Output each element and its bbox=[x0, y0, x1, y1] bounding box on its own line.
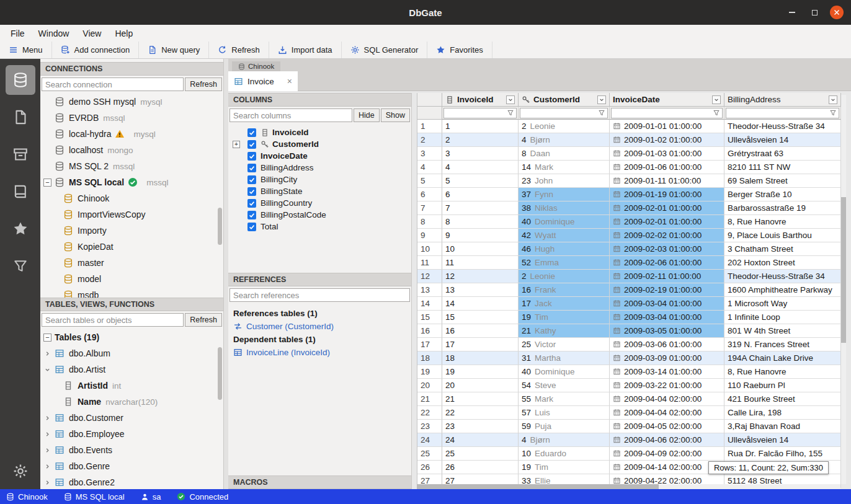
database-item[interactable]: Chinook bbox=[40, 190, 223, 206]
row-number[interactable]: 8 bbox=[417, 215, 442, 229]
cell-InvoiceId[interactable]: 14 bbox=[442, 297, 519, 311]
cell-CustomerId[interactable]: 16Frank bbox=[519, 283, 610, 297]
cell-InvoiceId[interactable]: 4 bbox=[442, 161, 519, 174]
tab-invoice[interactable]: Invoice × bbox=[228, 71, 298, 91]
row-number[interactable]: 7 bbox=[417, 201, 442, 215]
cell-InvoiceId[interactable]: 1 bbox=[442, 120, 519, 133]
collapse-icon[interactable]: − bbox=[43, 334, 51, 342]
cell-InvoiceDate[interactable]: 2009-01-06 01:00:00 bbox=[610, 161, 724, 174]
row-number[interactable]: 24 bbox=[417, 433, 442, 447]
database-item[interactable]: msdb bbox=[40, 287, 223, 298]
row-number[interactable]: 11 bbox=[417, 256, 442, 270]
table-item[interactable]: dbo.Customer bbox=[40, 410, 223, 426]
column-menu-button[interactable] bbox=[506, 95, 515, 104]
row-number[interactable]: 13 bbox=[417, 283, 442, 297]
search-references-input[interactable] bbox=[229, 288, 410, 302]
column-checkbox[interactable] bbox=[247, 152, 256, 161]
column-checkbox[interactable] bbox=[247, 140, 256, 149]
column-menu-button[interactable] bbox=[829, 95, 837, 104]
row-number[interactable]: 3 bbox=[417, 147, 442, 161]
cell-CustomerId[interactable]: 14Mark bbox=[519, 161, 610, 174]
column-checkbox[interactable] bbox=[247, 164, 256, 172]
tab-close-icon[interactable]: × bbox=[287, 77, 292, 86]
cell-InvoiceDate[interactable]: 2009-03-14 01:00:00 bbox=[610, 365, 724, 379]
maximize-button[interactable] bbox=[808, 6, 821, 19]
cell-BillingAddress[interactable]: Ullevålsveien 14 bbox=[724, 433, 841, 447]
cell-InvoiceId[interactable]: 5 bbox=[442, 174, 519, 188]
grid-horizontal-scrollbar[interactable] bbox=[417, 484, 840, 489]
cell-InvoiceDate[interactable]: 2009-02-01 01:00:00 bbox=[610, 201, 724, 215]
show-columns-button[interactable]: Show bbox=[381, 108, 410, 122]
cell-CustomerId[interactable]: 2Leonie bbox=[519, 120, 610, 133]
cell-InvoiceId[interactable]: 18 bbox=[442, 351, 519, 365]
tables-group-row[interactable]: −Tables (19) bbox=[40, 329, 223, 345]
cell-InvoiceId[interactable]: 16 bbox=[442, 324, 519, 338]
row-number[interactable]: 26 bbox=[417, 461, 442, 474]
cell-InvoiceId[interactable]: 25 bbox=[442, 447, 519, 461]
column-checkbox[interactable] bbox=[247, 175, 256, 184]
row-number[interactable]: 12 bbox=[417, 270, 442, 283]
new-query-button[interactable]: New query bbox=[139, 42, 209, 58]
table-item[interactable]: dbo.Employee bbox=[40, 426, 223, 442]
cell-BillingAddress[interactable]: 202 Hoxton Street bbox=[724, 256, 841, 270]
cell-CustomerId[interactable]: 40Dominique bbox=[519, 365, 610, 379]
panel-splitter[interactable] bbox=[224, 59, 228, 489]
grid-vertical-scrollbar[interactable] bbox=[841, 95, 846, 484]
column-checkbox[interactable] bbox=[247, 128, 256, 137]
cell-BillingAddress[interactable]: 801 W 4th Street bbox=[724, 324, 841, 338]
column-header-InvoiceDate[interactable]: InvoiceDate bbox=[610, 93, 724, 107]
cell-BillingAddress[interactable]: 1600 Amphitheatre Parkway bbox=[724, 283, 841, 297]
cell-InvoiceDate[interactable]: 2009-03-04 01:00:00 bbox=[610, 311, 724, 324]
table-column-item[interactable]: Namenvarchar(120) bbox=[40, 394, 223, 410]
cell-BillingAddress[interactable]: 194A Chain Lake Drive bbox=[724, 351, 841, 365]
cell-InvoiceId[interactable]: 22 bbox=[442, 406, 519, 420]
cell-InvoiceId[interactable]: 11 bbox=[442, 256, 519, 270]
column-toggle-row[interactable]: InvoiceDate bbox=[228, 150, 411, 162]
activity-file-button[interactable] bbox=[6, 102, 35, 132]
connection-item[interactable]: local-hydramysql bbox=[40, 126, 223, 142]
menu-button[interactable]: Menu bbox=[0, 42, 52, 58]
database-item[interactable]: model bbox=[40, 271, 223, 287]
row-number[interactable]: 19 bbox=[417, 365, 442, 379]
column-header-BillingAddress[interactable]: BillingAddress bbox=[724, 93, 841, 107]
column-toggle-row[interactable]: Total bbox=[228, 221, 411, 232]
row-number[interactable]: 15 bbox=[417, 311, 442, 324]
tables-scrollbar[interactable] bbox=[218, 347, 222, 400]
row-number[interactable]: 21 bbox=[417, 392, 442, 406]
cell-BillingAddress[interactable]: 8210 111 ST NW bbox=[724, 161, 841, 174]
cell-BillingAddress[interactable]: Theodor-Heuss-Straße 34 bbox=[724, 270, 841, 283]
tables-refresh-button[interactable]: Refresh bbox=[185, 313, 222, 327]
cell-BillingAddress[interactable]: Rua Dr. Falcão Filho, 155 bbox=[724, 447, 841, 461]
row-number[interactable]: 16 bbox=[417, 324, 442, 338]
column-checkbox[interactable] bbox=[247, 211, 256, 219]
cell-CustomerId[interactable]: 46Hugh bbox=[519, 242, 610, 256]
cell-CustomerId[interactable]: 31Martha bbox=[519, 351, 610, 365]
row-number[interactable]: 18 bbox=[417, 351, 442, 365]
cell-CustomerId[interactable]: 21Kathy bbox=[519, 324, 610, 338]
cell-InvoiceDate[interactable]: 2009-03-04 01:00:00 bbox=[610, 297, 724, 311]
cell-InvoiceId[interactable]: 23 bbox=[442, 420, 519, 433]
column-toggle-row[interactable]: BillingCountry bbox=[228, 197, 411, 209]
cell-BillingAddress[interactable]: Grétrystraat 63 bbox=[724, 147, 841, 161]
database-item[interactable]: master bbox=[40, 255, 223, 271]
cell-InvoiceId[interactable]: 13 bbox=[442, 283, 519, 297]
cell-InvoiceDate[interactable]: 2009-02-02 01:00:00 bbox=[610, 229, 724, 242]
cell-InvoiceId[interactable]: 20 bbox=[442, 379, 519, 392]
import-data-button[interactable]: Import data bbox=[269, 42, 342, 58]
cell-CustomerId[interactable]: 38Niklas bbox=[519, 201, 610, 215]
search-columns-input[interactable] bbox=[229, 108, 352, 122]
table-item[interactable]: dbo.Genre2 bbox=[40, 474, 223, 489]
cell-BillingAddress[interactable]: 1 Microsoft Way bbox=[724, 297, 841, 311]
cell-InvoiceId[interactable]: 19 bbox=[442, 365, 519, 379]
search-connection-input[interactable] bbox=[42, 77, 184, 91]
cell-InvoiceDate[interactable]: 2009-01-01 01:00:00 bbox=[610, 120, 724, 133]
cell-CustomerId[interactable]: 4Bjørn bbox=[519, 133, 610, 147]
chevron-right-icon[interactable] bbox=[43, 430, 51, 438]
cell-InvoiceDate[interactable]: 2009-01-11 01:00:00 bbox=[610, 174, 724, 188]
cell-BillingAddress[interactable]: 8, Rue Hanovre bbox=[724, 215, 841, 229]
activity-favorites-button[interactable] bbox=[6, 214, 35, 244]
filter-input-InvoiceDate[interactable] bbox=[611, 108, 723, 118]
cell-InvoiceId[interactable]: 6 bbox=[442, 188, 519, 201]
cell-BillingAddress[interactable]: Theodor-Heuss-Straße 34 bbox=[724, 120, 841, 133]
row-number[interactable]: 22 bbox=[417, 406, 442, 420]
